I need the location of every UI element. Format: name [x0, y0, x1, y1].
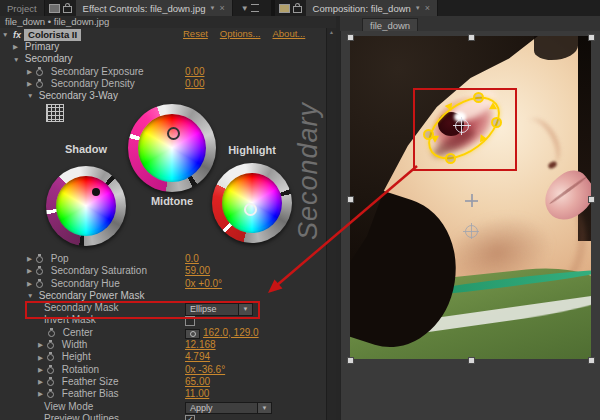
stopwatch-icon[interactable] [36, 67, 45, 76]
selection-handle[interactable] [588, 196, 595, 203]
highlight-wheel-marker[interactable] [244, 203, 257, 216]
shadow-wheel-face[interactable] [56, 176, 116, 236]
panel-menu[interactable]: ▼ [241, 0, 265, 16]
param-label: Secondary Saturation [51, 265, 147, 276]
param-row-rotation: ▶ Rotation 0x -36.6° [0, 364, 336, 376]
midtone-wheel-marker[interactable] [167, 127, 180, 140]
param-label: Height [62, 351, 91, 362]
disclosure-triangle-icon[interactable]: ▶ [38, 376, 47, 388]
tab-effect-controls[interactable]: Effect Controls: file_down.jpg ▼ × [76, 0, 233, 16]
selection-handle[interactable] [588, 34, 595, 41]
mask-handle-top[interactable] [473, 92, 484, 103]
effect-name[interactable]: Colorista II [24, 29, 81, 41]
scroll-up-icon[interactable]: ▲ [329, 29, 334, 35]
point-picker-icon[interactable] [185, 329, 200, 339]
param-value[interactable]: 4.794 [185, 351, 210, 363]
tab-menu-icon[interactable]: ▼ [415, 5, 421, 11]
disclosure-triangle-icon[interactable]: ▶ [27, 253, 36, 265]
disclosure-triangle-icon[interactable]: ▶ [13, 41, 22, 53]
selection-handle[interactable] [468, 34, 475, 41]
param-value[interactable]: 0.00 [185, 78, 204, 90]
shadow-color-wheel[interactable] [46, 166, 126, 246]
disclosure-triangle-icon[interactable]: ▶ [38, 364, 47, 376]
photo-hair-corner [534, 36, 578, 60]
param-row-preview-outlines: Preview Outlines ✓ [0, 413, 336, 420]
param-row-secondary-exposure: ▶ Secondary Exposure 0.00 [0, 66, 336, 78]
tab-composition[interactable]: Composition: file_down ▼ × [306, 0, 438, 16]
about-link[interactable]: About... [273, 28, 306, 39]
param-label: Secondary Exposure [51, 66, 144, 77]
stopwatch-icon[interactable] [47, 389, 56, 398]
param-value[interactable]: 0x +0.0° [185, 278, 222, 290]
disclosure-triangle-icon[interactable]: ▶ [38, 388, 47, 400]
disclosure-triangle-icon[interactable]: ▶ [27, 265, 36, 277]
param-value[interactable]: 162.0, 129.0 [203, 327, 259, 339]
disclosure-triangle-icon[interactable]: ▶ [27, 278, 36, 290]
mask-handle-bottom[interactable] [445, 153, 456, 164]
stopwatch-icon[interactable] [36, 266, 45, 275]
dropdown-arrow-icon[interactable]: ▼ [238, 304, 252, 315]
selection-handle[interactable] [347, 196, 354, 203]
reset-link[interactable]: Reset [183, 28, 208, 39]
disclosure-triangle-icon[interactable]: ▼ [27, 290, 36, 302]
options-link[interactable]: Options... [220, 28, 261, 39]
stopwatch-icon[interactable] [47, 340, 56, 349]
selection-handle[interactable] [588, 357, 595, 364]
midtone-wheel-face[interactable] [138, 114, 206, 182]
tab-label: Composition: file_down [313, 3, 411, 14]
stopwatch-icon[interactable] [47, 365, 56, 374]
breadcrumb: file_down • file_down.jpg [0, 16, 336, 28]
tab-menu-icon[interactable]: ▼ [209, 5, 215, 11]
selection-handle[interactable] [347, 357, 354, 364]
param-row-width: ▶ Width 12.168 [0, 339, 336, 351]
stopwatch-icon[interactable] [47, 377, 56, 386]
tab-bar: Project Effect Controls: file_down.jpg ▼… [0, 0, 600, 16]
panel-menu-lines-icon [251, 4, 259, 12]
photo-nose-shadow [513, 112, 566, 173]
shadow-wheel-label: Shadow [46, 143, 126, 155]
disclosure-triangle-icon[interactable]: ▼ [27, 90, 36, 102]
stopwatch-icon[interactable] [36, 279, 45, 288]
mask-center-crosshair-icon[interactable] [455, 119, 469, 133]
preview-outlines-checkbox[interactable]: ✓ [185, 415, 195, 420]
stopwatch-icon[interactable] [36, 79, 45, 88]
midtone-color-wheel[interactable] [128, 104, 216, 192]
disclosure-triangle-icon[interactable]: ▶ [27, 78, 36, 90]
param-value[interactable]: 11.00 [185, 388, 209, 400]
numeric-grid-icon[interactable] [46, 104, 64, 122]
vertical-scrollbar[interactable]: ▲ [326, 28, 336, 420]
unlock-icon[interactable] [293, 6, 302, 13]
stopwatch-icon[interactable] [36, 254, 45, 263]
param-value[interactable]: 12.168 [185, 339, 216, 351]
tab-project[interactable]: Project [0, 0, 45, 16]
selection-handle[interactable] [468, 357, 475, 364]
group-row-secondary-3way: ▼ Secondary 3-Way [0, 90, 336, 102]
panel-icon [279, 4, 290, 13]
group-row-secondary-power-mask: ▼ Secondary Power Mask [0, 290, 336, 302]
close-icon[interactable]: × [219, 3, 224, 13]
param-row-center: Center 162.0, 129.0 [0, 327, 336, 339]
disclosure-triangle-icon[interactable]: ▶ [38, 352, 47, 364]
disclosure-triangle-icon[interactable]: ▶ [27, 66, 36, 78]
dropdown-arrow-icon[interactable]: ▼ [257, 403, 271, 414]
stopwatch-icon[interactable] [48, 328, 57, 337]
selection-handle[interactable] [347, 34, 354, 41]
mask-handle-right[interactable] [491, 117, 502, 128]
invert-mask-checkbox[interactable] [185, 316, 195, 326]
param-value[interactable]: 65.00 [185, 376, 210, 388]
stopwatch-icon[interactable] [47, 352, 56, 361]
shadow-wheel-marker[interactable] [92, 188, 100, 196]
move-tool-crosshair-icon [465, 194, 478, 207]
param-value[interactable]: 59.00 [185, 265, 210, 277]
layer-anchor-point-icon[interactable] [465, 225, 478, 238]
disclosure-triangle-icon[interactable]: ▶ [38, 339, 47, 351]
param-row-secondary-saturation: ▶ Secondary Saturation 59.00 [0, 265, 336, 277]
disclosure-triangle-icon[interactable]: ▼ [2, 31, 11, 38]
unlock-icon[interactable] [63, 6, 72, 13]
highlight-color-wheel[interactable] [212, 163, 292, 243]
disclosure-triangle-icon[interactable]: ▼ [13, 54, 22, 66]
param-value[interactable]: 0.0 [185, 253, 199, 265]
param-value[interactable]: 0x -36.6° [185, 364, 225, 376]
close-icon[interactable]: × [425, 3, 430, 13]
param-value[interactable]: 0.00 [185, 66, 204, 78]
